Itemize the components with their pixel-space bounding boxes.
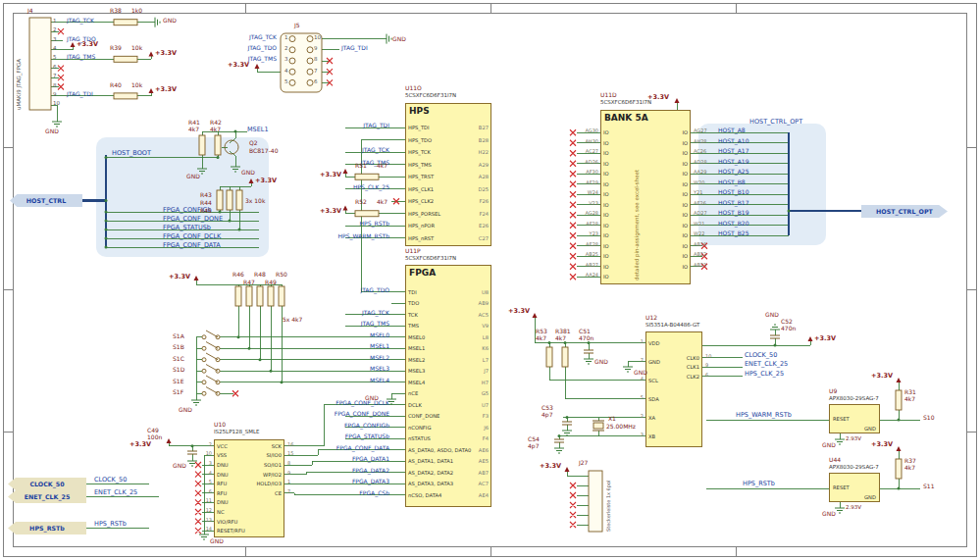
bank5a-pin-row[interactable]: AF28 IO IO W21 HOST_B20 xyxy=(600,221,691,231)
hps-pin-row[interactable]: JTAG_TDI HPS_TDI B27 xyxy=(405,122,491,134)
hps-pin-row[interactable]: HPS_RSTb HPS_nPOR E26 xyxy=(405,220,491,232)
clockgen-pin-row[interactable]: 1 VDD xyxy=(645,333,702,352)
pin-name: MSEL3 xyxy=(408,368,425,374)
flash-pin-row[interactable]: WP/IO2 9 xyxy=(214,470,284,480)
reset-u9-block[interactable]: RESET GND xyxy=(829,404,880,433)
j5-pin-row[interactable]: 6 xyxy=(312,77,420,88)
j5-pin-row[interactable]: 8 xyxy=(312,55,420,66)
bank5a-pin-row[interactable]: AB25 IO IO AB22 xyxy=(600,251,691,262)
clockgen-pin-row[interactable]: CLK2 6 xyxy=(645,372,702,382)
flash-pin-row[interactable]: 13 VIO/RFU xyxy=(214,517,284,527)
fpga-pin-row[interactable]: MSEL4 MSEL4 H7 xyxy=(405,377,491,388)
host-ctrl-opt-tag[interactable]: HOST_CTRL_OPT xyxy=(861,205,948,218)
bank5a-pin-row[interactable]: AB27 IO IO AB23 xyxy=(600,262,691,273)
bank5a-pin-row[interactable]: AG30 IO IO AG27 HOST_A8 xyxy=(600,127,691,138)
j4-pin-row[interactable]: 7 xyxy=(29,73,147,81)
flash-pin-row[interactable]: 11 DNU xyxy=(214,498,284,508)
pin-number: 6 xyxy=(314,78,318,84)
bank5a-pin-row[interactable]: AE28 IO IO AB26 xyxy=(600,241,691,252)
bank5a-pin-row[interactable]: V23 IO IO AE26 HOST_B17 xyxy=(600,200,691,211)
j5-pin-row[interactable]: 5 xyxy=(202,77,324,88)
j4-pin-row[interactable]: 5 JTAG_TMS xyxy=(29,55,147,64)
net-label: HPS_RSTb xyxy=(360,220,389,227)
fpga-pin-row[interactable]: FPGA_DATA2 AS_DATA2, DATA2 AB7 xyxy=(405,467,491,479)
host-ctrl-tag[interactable]: HOST_CTRL xyxy=(10,194,82,207)
net-label: HOST_CTRL_OPT xyxy=(749,118,802,126)
fpga-pin-row[interactable]: FPGA_DATA3 AS_DATA3, DATA3 AC7 xyxy=(405,479,491,490)
bank5a-note: detailed pin-assignment, see excel-sheet xyxy=(634,129,640,280)
hps-rstb-tag[interactable]: HPS_RSTb xyxy=(8,522,86,535)
clockgen-pin-row[interactable]: CLK1 9 xyxy=(645,363,702,373)
j5-pin-row[interactable]: JTAG_TCK 1 xyxy=(202,33,324,44)
bank5a-pin-row[interactable]: AD26 IO IO AD28 HOST_A19 xyxy=(600,159,691,170)
pin-number: D25 xyxy=(478,186,489,192)
pin-number: 16 xyxy=(287,441,293,447)
clockgen-pin-row[interactable]: 3 XB xyxy=(645,427,702,445)
fpga-pin-row[interactable]: JTAG_TMS TMS V9 xyxy=(405,321,491,332)
fpga-pin-row[interactable]: FPGA_CONFIGb nCONFIG J6 xyxy=(405,422,491,433)
pin-name: AS_DATA0, ASDO, DATA0 xyxy=(408,447,471,453)
pin-number: AH30 xyxy=(585,138,598,144)
j4-pin-row[interactable]: 1 JTAG_TCK xyxy=(29,18,147,26)
pin-number: 11 xyxy=(206,497,212,503)
fpga-pin-row[interactable]: FPGA_CONF_DONE CONF_DONE F3 xyxy=(405,411,491,423)
hps-pin-row[interactable]: HPS_WARM_RSTb HPS_nRST C27 xyxy=(405,232,491,245)
bank5a-pin-row[interactable]: W24 IO IO Y21 HOST_B10 xyxy=(600,189,691,200)
fpga-pin-row[interactable]: FPGA_STATUSb nSTATUS F4 xyxy=(405,433,491,445)
pin-number: 2 xyxy=(53,26,57,32)
flash-pin-row[interactable]: HOLD/IO3 1 xyxy=(214,479,284,488)
fpga-pin-row[interactable]: MSEL3 MSEL3 J7 xyxy=(405,366,491,378)
bank5a-pin-row[interactable]: AF30 IO IO AA29 HOST_A25 xyxy=(600,169,691,179)
hps-pin-row[interactable]: HPS_CLK_25 HPS_CLK1 D25 xyxy=(405,183,491,196)
flash-pin-row[interactable]: SCK 16 xyxy=(214,441,284,451)
part-label: R51 xyxy=(355,162,367,169)
j5-pin-row[interactable]: 4 xyxy=(202,67,324,77)
j4-pin-row[interactable]: 10 xyxy=(29,101,147,110)
j4-pin-row[interactable]: 6 xyxy=(29,64,147,73)
fpga-pin-row[interactable]: JTAG_TDO TDI U8 xyxy=(405,286,491,298)
j4-pin-row[interactable]: 9 JTAG_TDI xyxy=(29,91,147,100)
bank5a-pin-row[interactable]: Y23 IO IO W22 HOST_B25 xyxy=(600,230,691,241)
fpga-pin-row[interactable]: FPGA_CSb nCSO, DATA4 AE4 xyxy=(405,489,491,501)
j5-pin-row[interactable]: JTAG_TDO 2 xyxy=(202,44,324,55)
reset-u44-block[interactable]: RESET GND xyxy=(829,473,880,502)
hps-pin-row[interactable]: HPS_TRST A28 xyxy=(405,171,491,183)
j5-pin-row[interactable]: 9 JTAG_TDI xyxy=(312,44,420,55)
fpga-pin-row[interactable]: FPGA_CONF_DATA AS_DATA0, ASDO, DATA0 AE6 xyxy=(405,444,491,456)
clockgen-pin-row[interactable]: CLK0 10 xyxy=(645,353,702,363)
fpga-pin-row[interactable]: JTAG_TCK TCK AC5 xyxy=(405,309,491,321)
flash-pin-row[interactable]: CE 7 xyxy=(214,488,284,498)
fpga-pin-row[interactable]: MSEL1 MSEL1 K6 xyxy=(405,343,491,355)
hps-pin-row[interactable]: JTAG_TCK HPS_TCK H22 xyxy=(405,146,491,159)
pin-name: nCE xyxy=(408,390,418,396)
flash-pin-row[interactable]: 14 RESET/RFU xyxy=(214,526,284,535)
hps-pin-row[interactable]: HPS_CLK2 F26 xyxy=(405,195,491,208)
flash-pin-row[interactable]: SI/IO0 15 xyxy=(214,451,284,461)
pin-number: AC7 xyxy=(479,481,489,486)
hps-pin-row[interactable]: HPS_PORSEL F24 xyxy=(405,208,491,221)
bank5a-pin-row[interactable]: AH30 IO IO AH28 HOST_A10 xyxy=(600,138,691,149)
fpga-pin-row[interactable]: MSEL0 MSEL0 L8 xyxy=(405,331,491,343)
fpga-pin-row[interactable]: FPGA_DATA1 AS_DATA1, DATA1 AE5 xyxy=(405,456,491,468)
fpga-pin-row[interactable]: nCE G5 xyxy=(405,388,491,400)
hps-pin-row[interactable]: JTAG_TMS HPS_TMS A29 xyxy=(405,159,491,172)
pin-name: IO xyxy=(603,274,609,280)
bank5a-pin-row[interactable]: AG28 IO IO AD27 HOST_B19 xyxy=(600,210,691,221)
clockgen-pin-row[interactable]: 5 SDA xyxy=(645,389,702,408)
enet-clk-25-tag[interactable]: ENET_CLK_25 xyxy=(8,490,86,503)
fpga-pin-row[interactable]: MSEL2 MSEL2 L7 xyxy=(405,354,491,366)
hps-pin-row[interactable]: HPS_TDO B28 xyxy=(405,134,491,147)
j5-pin-row[interactable]: 7 xyxy=(312,67,420,77)
flash-pin-row[interactable]: 12 NC xyxy=(214,507,284,517)
fpga-pin-row[interactable]: FPGA_CONF_DCLK DCLK U7 xyxy=(405,399,491,411)
clockgen-pin-row[interactable]: 2 XA xyxy=(645,408,702,427)
bank5a-pin-row[interactable]: AC27 IO IO AC26 HOST_A17 xyxy=(600,148,691,159)
j5-pin-row[interactable]: JTAG_TMS 3 xyxy=(202,55,324,66)
pin-number: AF29 xyxy=(586,179,598,185)
fpga-pin-row[interactable]: TDO AB9 xyxy=(405,298,491,310)
bank5a-pin-row[interactable]: AA24 IO xyxy=(600,272,691,282)
clock-50-tag[interactable]: CLOCK_50 xyxy=(8,478,86,490)
pin-number: AC26 xyxy=(694,148,706,154)
bank5a-pin-row[interactable]: AF29 IO IO W20 HOST_B8 xyxy=(600,179,691,190)
flash-pin-row[interactable]: SO/IO1 8 xyxy=(214,460,284,470)
